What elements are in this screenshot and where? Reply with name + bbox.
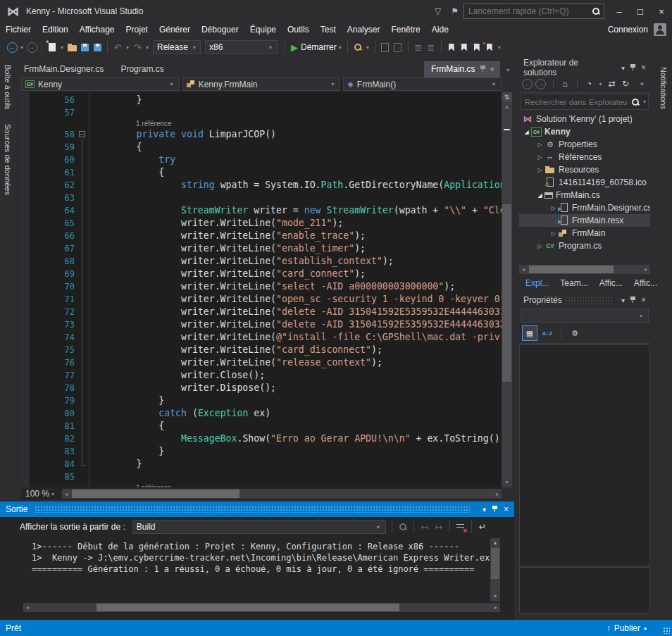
expander-closed-icon[interactable]: ▷ xyxy=(535,167,545,173)
comment-button[interactable] xyxy=(381,43,389,52)
fold-collapse-icon[interactable]: − xyxy=(79,131,85,137)
menu-item[interactable]: Aide xyxy=(426,23,454,36)
publish-collapse-icon[interactable]: ▴ xyxy=(644,625,647,631)
menu-item[interactable]: Projet xyxy=(120,23,154,36)
scrollbar-thumb[interactable] xyxy=(72,490,239,498)
scrollbar-thumb[interactable] xyxy=(502,204,511,382)
tree-item-frmmain[interactable]: ▷FrmMain xyxy=(519,227,650,239)
menu-item[interactable]: Affichage xyxy=(74,23,120,36)
menu-item[interactable]: Edition xyxy=(37,23,74,36)
next-message-button[interactable]: ↦ xyxy=(432,520,446,534)
new-file-dropdown[interactable]: ▾ xyxy=(58,44,66,51)
scrollbar-thumb[interactable] xyxy=(97,604,399,611)
expander-closed-icon[interactable]: ▷ xyxy=(549,230,558,237)
close-tab-icon[interactable]: × xyxy=(490,65,494,73)
type-dropdown[interactable]: Kenny.FrmMain ▾ xyxy=(182,77,341,91)
output-source-combo[interactable]: Build ▾ xyxy=(132,520,386,534)
solution-explorer-horizontal-scrollbar[interactable]: ◂ ▸ xyxy=(519,265,650,274)
refresh-button[interactable]: ↻ xyxy=(620,77,630,90)
close-icon[interactable]: × xyxy=(504,504,509,514)
expander-closed-icon[interactable]: ▷ xyxy=(549,205,558,211)
feedback-funnel-icon[interactable]: ▽ xyxy=(435,6,441,16)
find-dropdown[interactable]: ▾ xyxy=(364,44,371,51)
menu-item[interactable]: Fichier xyxy=(0,23,37,36)
undo-button[interactable]: ↶ xyxy=(111,40,124,54)
quick-launch-input[interactable] xyxy=(464,6,592,16)
code-editor[interactable]: 56 }571 référence58 private void LimparJ… xyxy=(21,92,502,487)
document-tab[interactable]: Program.cs xyxy=(112,61,172,77)
panel-tab[interactable]: Team... xyxy=(555,275,592,291)
document-tab[interactable]: FrmMain.Designer.cs xyxy=(15,61,112,77)
tree-item-kenny[interactable]: ◢C#Kenny xyxy=(519,125,650,138)
tool-window-tab[interactable]: Boîte à outils xyxy=(1,58,14,117)
notifications-tab[interactable]: Notifications xyxy=(657,60,670,116)
solution-explorer-title-bar[interactable]: Explorateur de solutions ▾ × xyxy=(519,60,650,75)
filter-dropdown[interactable]: ▾ xyxy=(597,81,604,87)
property-pages-button[interactable]: ⚙ xyxy=(568,326,582,340)
word-wrap-button[interactable]: ↵ xyxy=(475,520,490,534)
properties-title-bar[interactable]: Propriétés ▾ × xyxy=(519,292,650,308)
scroll-up-icon[interactable]: ▲ xyxy=(490,538,500,547)
tree-item-program-cs[interactable]: ▷C#Program.cs xyxy=(519,239,650,252)
editor-horizontal-scrollbar[interactable]: ◂ ▸ xyxy=(62,489,502,499)
scroll-right-icon[interactable]: ▸ xyxy=(493,489,502,499)
scroll-left-icon[interactable]: ◂ xyxy=(23,603,32,612)
window-position-dropdown[interactable]: ▾ xyxy=(621,297,625,304)
project-dropdown[interactable]: C# Kenny ▾ xyxy=(21,77,180,91)
panel-tab[interactable]: Affic... xyxy=(595,275,628,291)
se-back-button[interactable]: ← xyxy=(522,79,533,89)
connexion-link[interactable]: Connexion xyxy=(608,25,648,35)
toolbar-overflow-dropdown[interactable]: ▾ xyxy=(496,44,503,51)
member-dropdown[interactable]: ◈ FrmMain() ▾ xyxy=(343,77,502,91)
scroll-up-icon[interactable]: ▲ xyxy=(502,102,512,111)
tree-item-solution-kenny-1-projet-[interactable]: ⋈Solution 'Kenny' (1 projet) xyxy=(519,113,650,125)
start-debug-button[interactable]: Démarrer xyxy=(301,42,337,52)
clear-bookmarks-button[interactable] xyxy=(487,44,492,51)
pin-icon[interactable] xyxy=(492,505,498,513)
pending-changes-filter-button[interactable]: ◔ xyxy=(584,77,595,90)
redo-button[interactable]: ↷ xyxy=(131,40,144,54)
scroll-right-icon[interactable]: ▸ xyxy=(492,603,500,612)
properties-object-combo[interactable]: ▾ xyxy=(521,308,649,323)
start-debug-play-icon[interactable]: ▶ xyxy=(288,40,301,54)
decrease-indent-button[interactable]: ≣ xyxy=(412,40,425,54)
scroll-right-icon[interactable]: ▸ xyxy=(642,265,650,274)
start-debug-dropdown[interactable]: ▾ xyxy=(337,44,344,51)
tree-item-frmmain-designer-cs[interactable]: ▷FrmMain.Designer.cs xyxy=(519,201,650,214)
previous-message-button[interactable]: ↤ xyxy=(418,520,432,534)
home-button[interactable]: ⌂ xyxy=(560,77,571,90)
clear-all-button[interactable] xyxy=(456,523,464,531)
uncomment-button[interactable] xyxy=(394,43,402,52)
output-vertical-scrollbar[interactable]: ▲ ▼ xyxy=(490,538,500,601)
tree-item-frmmain-resx[interactable]: FrmMain.resx xyxy=(519,214,650,227)
pin-icon[interactable] xyxy=(480,65,486,73)
editor-vertical-scrollbar[interactable]: ⇅ ▲ ▼ xyxy=(502,92,512,487)
close-icon[interactable]: × xyxy=(641,63,646,73)
menu-item[interactable]: Test xyxy=(315,23,342,36)
scrollbar-thumb[interactable] xyxy=(529,266,614,273)
maximize-button[interactable]: □ xyxy=(630,3,651,20)
quick-launch-box[interactable] xyxy=(463,4,604,19)
tree-item-1416114169-60758-ico[interactable]: 1416114169_60758.ico xyxy=(519,176,650,189)
tree-item-resources[interactable]: ▷Resources xyxy=(519,163,650,176)
alphabetical-sort-button[interactable]: A↓Z xyxy=(540,326,554,340)
tab-frmmain-cs[interactable]: FrmMain.cs × xyxy=(424,61,500,77)
output-horizontal-scrollbar[interactable]: ◂ ▸ xyxy=(23,603,500,612)
save-button[interactable] xyxy=(81,44,89,51)
close-button[interactable]: × xyxy=(651,3,672,20)
increase-indent-button[interactable]: ≣ xyxy=(425,40,437,54)
close-icon[interactable]: × xyxy=(641,295,646,305)
pin-icon[interactable] xyxy=(630,296,636,304)
feedback-flag-icon[interactable]: ⚑ xyxy=(451,6,459,16)
output-title-bar[interactable]: Sortie ▾ × xyxy=(0,501,514,517)
se-forward-button[interactable]: → xyxy=(535,79,546,89)
find-message-button[interactable] xyxy=(399,523,407,531)
zoom-control[interactable]: 100 % ▾ xyxy=(21,487,59,500)
tool-window-tab[interactable]: Sources de données xyxy=(1,117,14,202)
solution-explorer-search-input[interactable] xyxy=(521,98,631,106)
publish-button[interactable]: Publier xyxy=(614,623,640,633)
navigate-back-dropdown[interactable]: ▾ xyxy=(18,44,25,51)
user-avatar[interactable] xyxy=(654,23,666,36)
undo-dropdown[interactable]: ▾ xyxy=(124,44,131,51)
splitter-handle[interactable]: ⇅ xyxy=(502,92,512,102)
